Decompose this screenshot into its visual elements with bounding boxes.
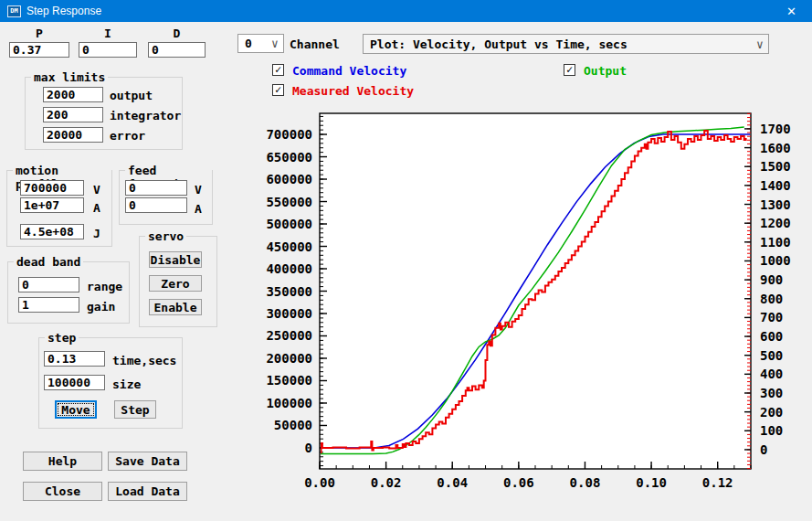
y-left-tick-label: 200000 (266, 351, 312, 366)
y-left-tick-label: 400000 (266, 261, 312, 276)
x-tick-label: 0.02 (371, 475, 402, 490)
y-right-tick-label: 1300 (760, 197, 791, 212)
y-left-tick-label: 250000 (266, 328, 312, 343)
y-right-tick-label: 600 (760, 329, 783, 344)
x-tick-label: 0.12 (702, 475, 733, 490)
x-tick-label: 0.10 (636, 475, 667, 490)
y-left-tick-label: 100000 (266, 396, 312, 410)
step-response-chart: 0.000.020.040.060.080.100.12050000100000… (0, 0, 812, 521)
y-left-tick-label: 300000 (266, 306, 312, 321)
y-left-tick-label: 550000 (266, 195, 312, 209)
y-right-tick-label: 1500 (760, 159, 791, 174)
y-right-tick-label: 100 (760, 423, 783, 438)
y-left-tick-label: 650000 (266, 150, 312, 165)
y-right-tick-label: 1400 (760, 178, 791, 193)
y-right-tick-label: 1700 (760, 122, 791, 136)
y-right-tick-label: 300 (760, 386, 783, 400)
x-tick-label: 0.08 (570, 475, 601, 490)
x-tick-label: 0.06 (503, 475, 534, 490)
y-left-tick-label: 150000 (266, 373, 312, 388)
y-left-tick-label: 500000 (266, 217, 312, 231)
y-right-tick-label: 0 (760, 442, 767, 457)
y-right-tick-label: 1200 (760, 216, 791, 230)
x-tick-label: 0.00 (304, 475, 335, 490)
y-right-tick-label: 200 (760, 405, 783, 420)
y-right-tick-label: 1100 (760, 235, 791, 250)
y-left-tick-label: 350000 (266, 284, 312, 299)
y-left-tick-label: 0 (305, 441, 312, 455)
x-tick-label: 0.04 (437, 475, 468, 490)
y-right-tick-label: 800 (760, 292, 783, 306)
y-right-tick-label: 900 (760, 272, 783, 287)
y-right-tick-label: 700 (760, 310, 783, 324)
y-left-tick-label: 600000 (266, 172, 312, 186)
y-right-tick-label: 1600 (760, 141, 791, 155)
y-right-tick-label: 500 (760, 348, 783, 363)
y-right-tick-label: 400 (760, 367, 783, 381)
y-left-tick-label: 700000 (266, 127, 312, 142)
plot-area (320, 113, 751, 469)
y-left-tick-label: 450000 (266, 239, 312, 254)
y-left-tick-label: 50000 (274, 418, 312, 432)
y-right-tick-label: 1000 (760, 253, 791, 268)
